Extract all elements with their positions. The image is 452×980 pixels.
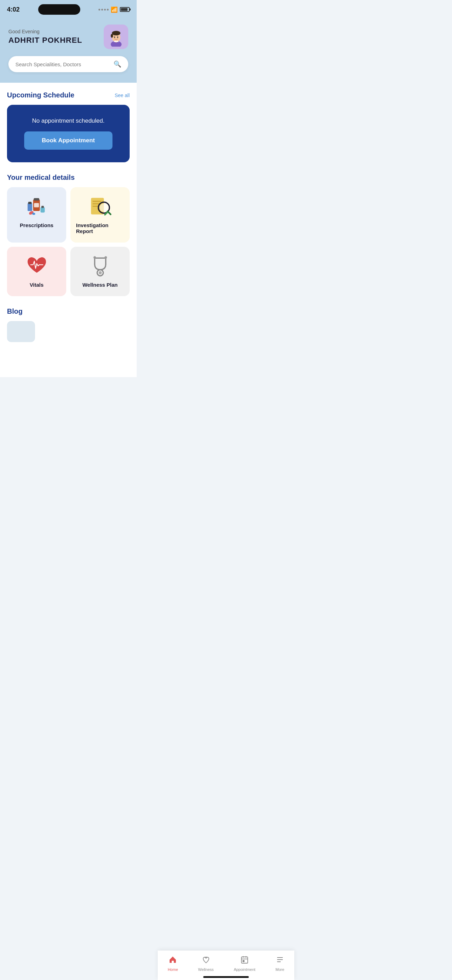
book-appointment-button[interactable]: Book Appointment [24,131,112,150]
svg-line-24 [108,212,111,215]
prescriptions-icon [24,196,49,216]
upcoming-schedule-header: Upcoming Schedule See all [7,91,130,99]
vitals-card[interactable]: Vitals [7,247,66,296]
header-top: Good Evening ADHRIT POKHREL [8,24,128,49]
wifi-icon: 📶 [111,6,118,13]
svg-point-5 [114,37,115,38]
medical-details-grid: Prescriptions Investigati [7,187,130,296]
svg-rect-21 [92,206,99,207]
blog-title: Blog [7,307,130,315]
wellness-plan-label: Wellness Plan [82,282,118,288]
see-all-link[interactable]: See all [115,92,130,98]
signal-icon [99,9,108,11]
prescriptions-label: Prescriptions [20,222,54,228]
search-input[interactable] [16,61,113,67]
wellness-plan-card[interactable]: Wellness Plan [70,247,130,296]
main-content: Upcoming Schedule See all No appointment… [0,83,137,377]
search-icon[interactable]: 🔍 [113,60,121,68]
medical-details-title: Your medical details [7,173,130,181]
investigation-label: Investigation Report [76,222,124,234]
svg-rect-11 [34,203,39,207]
dynamic-island [38,4,80,15]
greeting-text: Good Evening [8,29,82,34]
svg-point-23 [100,203,108,212]
wellness-icon [88,255,113,276]
svg-point-6 [117,37,118,38]
status-time: 4:02 [7,6,20,13]
header-section: Good Evening ADHRIT POKHREL [0,18,137,83]
svg-point-7 [115,37,115,37]
svg-rect-13 [28,202,32,204]
svg-point-30 [99,271,102,274]
greeting-block: Good Evening ADHRIT POKHREL [8,29,82,45]
svg-rect-19 [92,201,101,202]
svg-rect-12 [27,203,32,211]
investigation-card[interactable]: Investigation Report [70,187,130,243]
avatar[interactable] [104,24,128,49]
upcoming-schedule-title: Upcoming Schedule [7,91,74,99]
svg-rect-10 [33,198,39,200]
svg-point-3 [112,30,120,35]
svg-rect-17 [41,206,44,208]
svg-point-4 [111,33,113,38]
avatar-image [107,27,126,47]
status-icons: 📶 [99,6,130,13]
investigation-icon [88,196,113,216]
battery-icon [120,7,130,12]
vitals-icon [24,255,49,276]
svg-point-32 [104,256,107,259]
svg-point-8 [118,37,118,37]
schedule-card: No appointment scheduled. Book Appointme… [7,105,130,162]
vitals-label: Vitals [30,282,44,288]
no-appointment-text: No appointment scheduled. [32,118,105,124]
user-name: ADHRIT POKHREL [8,36,82,45]
blog-preview[interactable] [7,321,35,342]
status-bar: 4:02 📶 [0,0,137,18]
svg-point-31 [93,256,95,259]
prescriptions-card[interactable]: Prescriptions [7,187,66,243]
search-bar[interactable]: 🔍 [8,56,128,72]
